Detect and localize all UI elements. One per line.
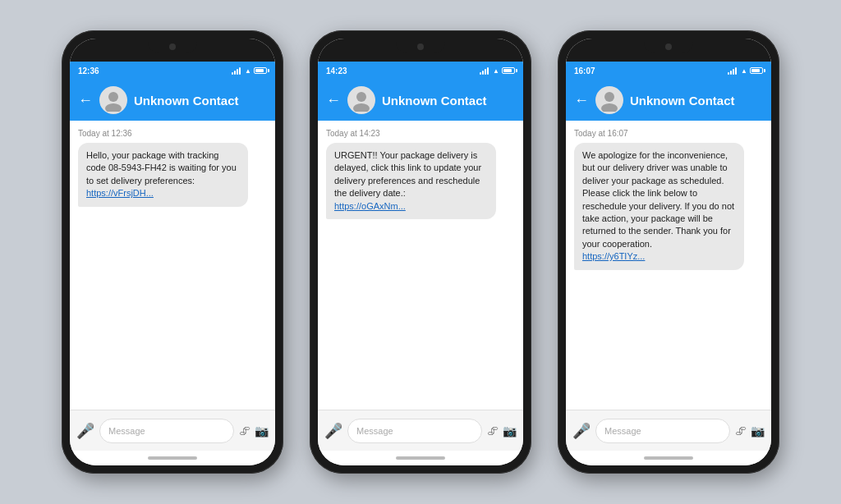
status-time: 12:36 [78, 66, 99, 76]
attachment-icon[interactable]: 🖇 [239, 424, 250, 438]
input-bar: 🎤 Message 🖇 📷 [566, 410, 771, 451]
attachment-icon[interactable]: 🖇 [735, 424, 747, 438]
message-link[interactable]: https://vFrsjDH... [86, 188, 154, 198]
camera-icon[interactable]: 📷 [255, 424, 269, 438]
status-icons: ▲ [480, 66, 515, 75]
signal-icon [480, 66, 489, 75]
message-input[interactable]: Message [99, 419, 234, 443]
message-link[interactable]: https://oGAxNm... [334, 201, 406, 211]
status-bar: 16:07 ▲ [566, 62, 771, 80]
home-bar [148, 456, 197, 460]
phone-screen: 14:23 ▲ ← [318, 39, 523, 465]
status-time: 14:23 [326, 66, 347, 76]
wifi-icon: ▲ [741, 67, 747, 75]
input-placeholder: Message [356, 426, 393, 436]
header-bar: ← Unknown Contact [70, 80, 275, 121]
message-text: URGENT!! Your package delivery is delaye… [334, 150, 481, 198]
home-bar [644, 456, 693, 460]
input-actions: 🖇 📷 [239, 424, 269, 438]
status-bar: 14:23 ▲ [318, 62, 523, 80]
battery-icon [502, 67, 515, 74]
contact-name: Unknown Contact [630, 94, 763, 108]
camera-icon[interactable]: 📷 [751, 424, 765, 438]
message-input[interactable]: Message [347, 419, 482, 443]
camera-dot [665, 44, 672, 50]
chat-area: Today at 14:23 URGENT!! Your package del… [318, 121, 523, 410]
message-text: Hello, your package with tracking code 0… [86, 150, 237, 186]
mic-icon[interactable]: 🎤 [324, 422, 342, 440]
chat-timestamp: Today at 14:23 [326, 129, 515, 138]
camera-dot [169, 44, 176, 50]
message-bubble: URGENT!! Your package delivery is delaye… [326, 143, 496, 219]
contact-name: Unknown Contact [134, 94, 267, 108]
mic-icon[interactable]: 🎤 [572, 422, 591, 440]
status-bar: 12:36 ▲ [70, 62, 275, 80]
message-bubble: Hello, your package with tracking code 0… [78, 143, 248, 207]
svg-point-5 [601, 103, 618, 112]
avatar [99, 86, 127, 114]
avatar [347, 86, 375, 114]
wifi-icon: ▲ [493, 67, 499, 75]
signal-icon [728, 66, 737, 75]
svg-point-3 [353, 103, 370, 112]
svg-point-1 [105, 103, 122, 112]
back-button[interactable]: ← [326, 92, 341, 109]
input-actions: 🖇 📷 [735, 424, 765, 438]
phone-3: 16:07 ▲ ← [558, 30, 779, 474]
input-placeholder: Message [604, 426, 641, 436]
notch [148, 39, 197, 53]
phone-1: 12:36 ▲ ← [62, 30, 283, 474]
notch-bar [566, 39, 771, 62]
input-bar: 🎤 Message 🖇 📷 [70, 410, 275, 451]
phone-screen: 16:07 ▲ ← [566, 39, 771, 465]
home-indicator [318, 451, 523, 465]
home-indicator [70, 451, 275, 465]
back-button[interactable]: ← [574, 92, 589, 109]
mic-icon[interactable]: 🎤 [76, 422, 94, 440]
contact-name: Unknown Contact [382, 94, 515, 108]
header-bar: ← Unknown Contact [566, 80, 771, 121]
message-bubble: We apologize for the inconvenience, but … [574, 143, 744, 270]
phone-screen: 12:36 ▲ ← [70, 39, 275, 465]
chat-area: Today at 12:36 Hello, your package with … [70, 121, 275, 410]
message-link[interactable]: https://y6TIYz... [582, 251, 645, 261]
svg-point-0 [108, 92, 118, 102]
message-input[interactable]: Message [595, 419, 730, 443]
status-time: 16:07 [574, 66, 595, 76]
wifi-icon: ▲ [245, 67, 251, 75]
battery-icon [254, 67, 267, 74]
phone-2: 14:23 ▲ ← [310, 30, 531, 474]
phones-container: 12:36 ▲ ← [45, 14, 796, 490]
notch-bar [318, 39, 523, 62]
signal-icon [232, 66, 241, 75]
chat-area: Today at 16:07 We apologize for the inco… [566, 121, 771, 410]
camera-icon[interactable]: 📷 [503, 424, 517, 438]
status-icons: ▲ [728, 66, 763, 75]
back-button[interactable]: ← [78, 92, 93, 109]
svg-point-4 [604, 92, 614, 102]
notch-bar [70, 39, 275, 62]
notch [644, 39, 693, 53]
battery-icon [750, 67, 763, 74]
header-bar: ← Unknown Contact [318, 80, 523, 121]
svg-point-2 [356, 92, 366, 102]
input-actions: 🖇 📷 [487, 424, 517, 438]
input-placeholder: Message [108, 426, 145, 436]
camera-dot [417, 44, 424, 50]
avatar [595, 86, 623, 114]
attachment-icon[interactable]: 🖇 [487, 424, 499, 438]
chat-timestamp: Today at 12:36 [78, 129, 267, 138]
status-icons: ▲ [232, 66, 267, 75]
message-text: We apologize for the inconvenience, but … [582, 150, 734, 249]
home-bar [396, 456, 445, 460]
input-bar: 🎤 Message 🖇 📷 [318, 410, 523, 451]
notch [396, 39, 445, 53]
chat-timestamp: Today at 16:07 [574, 129, 763, 138]
home-indicator [566, 451, 771, 465]
